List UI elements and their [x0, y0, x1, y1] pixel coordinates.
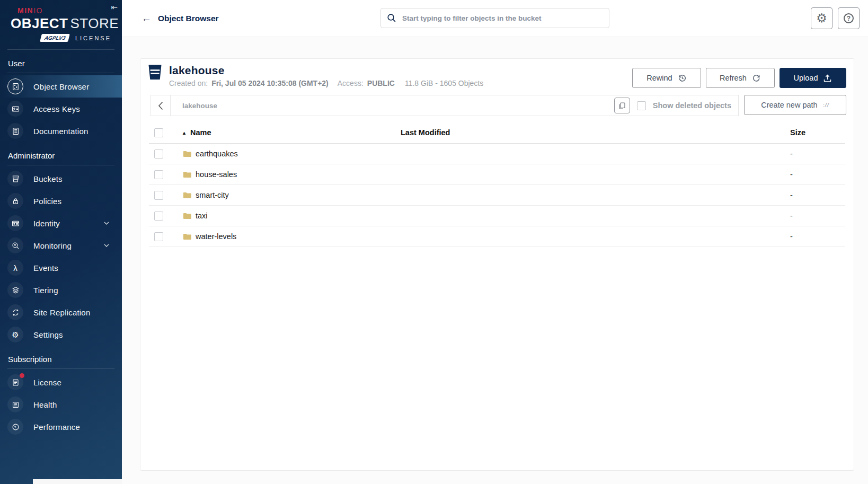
folder-name: earthquakes	[196, 149, 238, 158]
sort-asc-icon: ▴	[183, 130, 185, 136]
sidebar: ⇤ MINIO OBJECTSTORE AGPLV3 LICENSE User …	[0, 0, 122, 484]
column-header-last-modified[interactable]: Last Modified	[398, 128, 787, 137]
chevron-down-icon[interactable]	[104, 244, 109, 247]
folder-name: house-sales	[196, 170, 237, 179]
sidebar-item-label: Tiering	[33, 286, 58, 295]
row-checkbox[interactable]	[154, 191, 163, 200]
access-value: PUBLIC	[367, 79, 395, 87]
bucket-name: lakehouse	[169, 64, 483, 77]
sidebar-item-events[interactable]: λ Events	[0, 257, 122, 279]
table-row[interactable]: smart-city -	[149, 185, 845, 206]
table-row[interactable]: house-sales -	[149, 164, 845, 185]
sidebar-item-health[interactable]: Health	[0, 393, 122, 416]
chevron-left-icon	[158, 101, 163, 110]
monitoring-icon	[7, 237, 23, 253]
search-box	[380, 8, 609, 28]
refresh-button[interactable]: Refresh	[706, 68, 775, 88]
page-title: Object Browser	[158, 14, 219, 23]
row-checkbox[interactable]	[154, 170, 163, 179]
upload-button[interactable]: Upload	[780, 68, 846, 88]
folder-name: taxi	[196, 212, 208, 220]
sidebar-item-label: Identity	[33, 219, 60, 228]
objects-table: ▴ Name Last Modified Size earthquakes	[149, 122, 845, 247]
table-row[interactable]: earthquakes -	[149, 144, 845, 164]
select-all-checkbox[interactable]	[154, 128, 163, 137]
rewind-button[interactable]: Rewind	[632, 68, 701, 88]
events-icon: λ	[7, 260, 23, 276]
sidebar-item-documentation[interactable]: Documentation	[0, 120, 122, 142]
sidebar-item-site-replication[interactable]: Site Replication	[0, 301, 122, 323]
column-header-size[interactable]: Size	[787, 128, 845, 137]
upload-icon	[823, 74, 832, 83]
size-value: -	[787, 212, 845, 220]
sidebar-item-access-keys[interactable]: Access Keys	[0, 98, 122, 120]
main-area: ← Object Browser ⚙ ?	[122, 0, 868, 484]
divider	[7, 165, 114, 165]
folder-icon	[183, 212, 192, 219]
sidebar-section-administrator: Administrator	[0, 142, 122, 165]
size-value: -	[787, 191, 845, 199]
help-button[interactable]: ?	[838, 7, 860, 29]
settings-gear-icon: ⚙	[7, 327, 23, 342]
sidebar-item-tiering[interactable]: Tiering	[0, 279, 122, 301]
breadcrumb: ← Object Browser	[141, 13, 219, 24]
column-header-name[interactable]: ▴ Name	[175, 128, 398, 137]
show-deleted-checkbox[interactable]	[637, 101, 646, 110]
created-on-label: Created on:	[169, 79, 208, 87]
size-value: -	[787, 149, 845, 158]
product-wordmark: OBJECTSTORE	[11, 15, 111, 32]
bucket-header: lakehouse Created on: Fri, Jul 05 2024 1…	[140, 59, 854, 88]
sidebar-item-identity[interactable]: Identity	[0, 212, 122, 234]
folder-icon	[183, 191, 192, 199]
performance-icon	[7, 419, 23, 435]
sidebar-item-performance[interactable]: Performance	[0, 416, 122, 438]
sidebar-item-label: Buckets	[33, 174, 63, 183]
path-back-button[interactable]	[151, 95, 171, 116]
sidebar-scrollbar[interactable]	[33, 479, 122, 484]
sidebar-item-label: Events	[33, 263, 58, 272]
topbar-actions: ⚙ ?	[811, 7, 860, 29]
agpl-badge: AGPLV3	[40, 34, 70, 42]
table-row[interactable]: water-levels -	[149, 226, 845, 247]
sidebar-item-policies[interactable]: Policies	[0, 190, 122, 212]
row-checkbox[interactable]	[154, 212, 163, 221]
sidebar-item-label: License	[33, 378, 61, 387]
bucket-icon	[148, 64, 162, 81]
table-row[interactable]: taxi -	[149, 206, 845, 226]
copy-path-button[interactable]	[614, 98, 630, 113]
sidebar-item-object-browser[interactable]: Object Browser	[0, 75, 122, 98]
sidebar-item-label: Object Browser	[33, 82, 89, 91]
sidebar-item-label: Documentation	[33, 127, 88, 136]
settings-button[interactable]: ⚙	[811, 7, 832, 29]
refresh-icon	[752, 74, 761, 83]
sidebar-item-label: Access Keys	[33, 104, 80, 113]
create-new-path-button[interactable]: Create new path ://	[744, 95, 846, 115]
sidebar-section-subscription: Subscription	[0, 346, 122, 368]
divider	[7, 73, 114, 73]
access-label: Access:	[338, 79, 364, 87]
policies-icon	[7, 193, 23, 209]
license-icon	[7, 374, 23, 390]
divider	[7, 368, 114, 369]
buckets-icon	[7, 171, 23, 187]
path-bar: lakehouse Show deleted objects	[150, 95, 739, 116]
rewind-icon	[678, 74, 687, 83]
copy-icon	[618, 102, 626, 110]
row-checkbox[interactable]	[154, 232, 163, 241]
filter-objects-input[interactable]	[380, 8, 609, 28]
sidebar-item-monitoring[interactable]: Monitoring	[0, 234, 122, 257]
row-checkbox[interactable]	[154, 149, 163, 159]
sidebar-item-label: Settings	[33, 330, 63, 339]
minio-wordmark: MINIO	[11, 6, 111, 15]
back-arrow-icon[interactable]: ←	[141, 13, 152, 24]
bucket-text: lakehouse Created on: Fri, Jul 05 2024 1…	[169, 64, 483, 88]
sidebar-item-settings[interactable]: ⚙ Settings	[0, 323, 122, 346]
access-keys-icon	[7, 101, 23, 117]
chevron-down-icon[interactable]	[104, 222, 109, 225]
sidebar-item-license[interactable]: License	[0, 371, 122, 393]
folder-icon	[183, 171, 192, 178]
folder-name: smart-city	[196, 191, 229, 199]
sidebar-section-user: User	[0, 50, 122, 73]
sidebar-item-buckets[interactable]: Buckets	[0, 168, 122, 190]
identity-icon	[7, 215, 23, 231]
